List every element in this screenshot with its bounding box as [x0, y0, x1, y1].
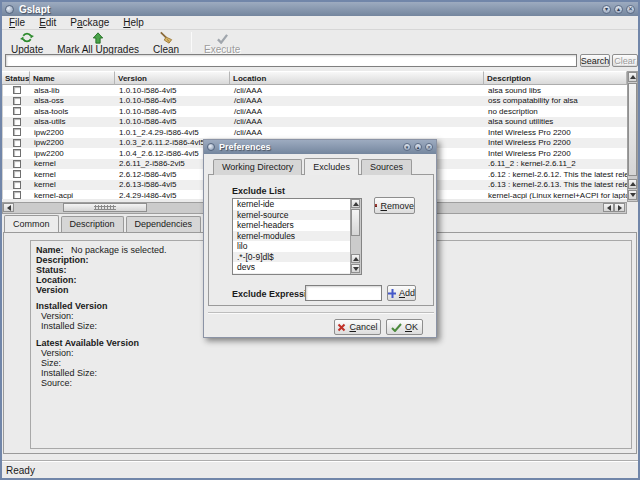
package-checkbox[interactable] — [13, 97, 21, 105]
menu-file[interactable]: File — [2, 17, 32, 28]
package-description: Intel Wireless Pro 2200 — [485, 128, 627, 137]
mark-all-upgrades-button[interactable]: Mark All Upgrades — [50, 31, 146, 55]
search-button[interactable]: Search — [580, 54, 610, 67]
menu-edit[interactable]: Edit — [32, 17, 63, 28]
package-checkbox[interactable] — [13, 181, 21, 189]
package-name: ipw2200 — [31, 128, 116, 137]
update-button[interactable]: Update — [4, 31, 50, 55]
package-description: .6.11_2 : kernel-2.6.11_2 — [485, 159, 627, 168]
tab-common[interactable]: Common — [4, 215, 59, 232]
package-checkbox[interactable] — [13, 191, 21, 199]
horizontal-scroll-thumb[interactable] — [63, 203, 147, 212]
window-titlebar[interactable]: Gslapt ▾ ▴ ✕ — [2, 2, 638, 16]
preferences-tabs: Working Directory Excludes Sources — [213, 159, 414, 175]
dialog-titlebar[interactable]: Preferences ▾ ▴ ✕ — [204, 140, 436, 154]
dialog-close-button[interactable]: ✕ — [425, 143, 433, 151]
right-arrow-icon — [618, 205, 622, 211]
scroll-up-button-2[interactable] — [351, 254, 360, 263]
package-checkbox[interactable] — [13, 128, 21, 136]
status-cell — [3, 139, 31, 147]
dialog-maximize-button[interactable]: ▴ — [414, 143, 422, 151]
statusbar: Ready — [2, 461, 638, 478]
table-row[interactable]: alsa-lib 1.0.10-i586-4vl5 /cli/AAA alsa … — [3, 85, 627, 96]
up-arrow-icon — [353, 257, 359, 261]
package-info-content: Name:No package is selected. Description… — [36, 245, 167, 388]
status-cell — [3, 181, 31, 189]
close-button[interactable]: ✕ — [626, 5, 635, 14]
exclude-list-item[interactable]: kernel-ide — [233, 199, 350, 210]
package-checkbox[interactable] — [13, 139, 21, 147]
exclude-scroll-thumb[interactable] — [351, 209, 360, 236]
scroll-up-button-2[interactable] — [628, 179, 637, 189]
menu-package[interactable]: Package — [63, 17, 116, 28]
vertical-scroll-thumb[interactable] — [628, 83, 637, 176]
package-checkbox[interactable] — [13, 160, 21, 168]
exclude-list-item[interactable]: kernel-modules — [233, 231, 350, 242]
tab-excludes[interactable]: Excludes — [304, 158, 359, 175]
down-arrow-icon — [630, 193, 636, 197]
clean-button[interactable]: Clean — [146, 31, 186, 55]
column-header-name[interactable]: Name — [30, 71, 115, 85]
maximize-button[interactable]: ▴ — [614, 5, 623, 14]
scroll-left-button-2[interactable] — [603, 203, 614, 212]
package-checkbox[interactable] — [13, 118, 21, 126]
exclude-list-item[interactable]: .*-[0-9]dl$ — [233, 252, 350, 263]
dialog-minimize-button[interactable]: ▾ — [403, 143, 411, 151]
status-cell — [3, 118, 31, 126]
tab-dependencies[interactable]: Dependencies — [126, 216, 202, 232]
table-row[interactable]: ipw2200 1.0.1_2.4.29-i586-4vl5 /cli/AAA … — [3, 127, 627, 138]
scroll-right-button[interactable] — [614, 203, 625, 212]
recycle-arrows-icon — [20, 31, 34, 44]
ok-button[interactable]: OK — [386, 319, 423, 335]
column-header-version[interactable]: Version — [115, 71, 230, 85]
scroll-down-button[interactable] — [628, 190, 637, 200]
column-header-description[interactable]: Description — [484, 71, 627, 85]
left-arrow-icon — [7, 205, 11, 211]
package-description: no description — [485, 107, 627, 116]
package-checkbox[interactable] — [13, 86, 21, 94]
location-label: Location: — [36, 275, 167, 285]
description-label: Description: — [36, 255, 167, 265]
exclude-list-item[interactable]: devs — [233, 262, 350, 273]
package-version: 1.0.10-i586-4vl5 — [116, 107, 231, 116]
exclude-list-item[interactable]: lilo — [233, 241, 350, 252]
excludes-page: Exclude List kernel-ide kernel-source ke… — [208, 174, 434, 306]
latest-version-label: Version: — [41, 348, 167, 358]
left-arrow-icon — [607, 205, 611, 211]
scroll-left-button[interactable] — [3, 203, 14, 212]
search-input[interactable] — [5, 54, 577, 67]
package-checkbox[interactable] — [13, 170, 21, 178]
table-row[interactable]: alsa-tools 1.0.10-i586-4vl5 /cli/AAA no … — [3, 106, 627, 117]
cancel-button[interactable]: Cancel — [334, 319, 381, 335]
up-arrow-icon — [630, 182, 636, 186]
execute-button: Execute — [197, 31, 247, 55]
check-mark-icon — [216, 31, 229, 44]
table-row[interactable]: alsa-oss 1.0.10-i586-4vl5 /cli/AAA oss c… — [3, 96, 627, 107]
exclude-list-item[interactable]: kernel-headers — [233, 220, 350, 231]
tab-description[interactable]: Description — [61, 216, 124, 232]
exclude-list-item[interactable]: kernel-source — [233, 210, 350, 221]
tab-working-directory[interactable]: Working Directory — [213, 159, 302, 175]
scroll-down-button[interactable] — [351, 264, 360, 273]
menu-help[interactable]: Help — [116, 17, 151, 28]
column-header-status[interactable]: Status — [2, 71, 30, 85]
table-vertical-scrollbar[interactable] — [627, 71, 638, 202]
package-checkbox[interactable] — [13, 149, 21, 157]
thumb-grip — [94, 205, 116, 210]
remove-button[interactable]: Remove — [374, 197, 415, 214]
exclude-expression-input[interactable] — [305, 285, 382, 301]
package-description: kernel-acpi (Linux kernel+ACPI for lapto… — [485, 191, 627, 199]
tab-sources[interactable]: Sources — [361, 159, 412, 175]
status-cell — [3, 170, 31, 178]
scroll-up-button[interactable] — [351, 199, 360, 208]
column-header-location[interactable]: Location — [230, 71, 484, 85]
scroll-up-button[interactable] — [628, 72, 637, 82]
package-checkbox[interactable] — [13, 107, 21, 115]
broom-icon — [159, 31, 173, 44]
exclude-list-scrollbar[interactable] — [350, 199, 361, 274]
minimize-button[interactable]: ▾ — [602, 5, 611, 14]
add-button[interactable]: Add — [387, 285, 416, 301]
exclude-list: kernel-ide kernel-source kernel-headers … — [232, 198, 362, 275]
table-row[interactable]: alsa-utils 1.0.10-i586-4vl5 /cli/AAA als… — [3, 117, 627, 128]
exclude-list-item-partial[interactable] — [233, 273, 350, 276]
